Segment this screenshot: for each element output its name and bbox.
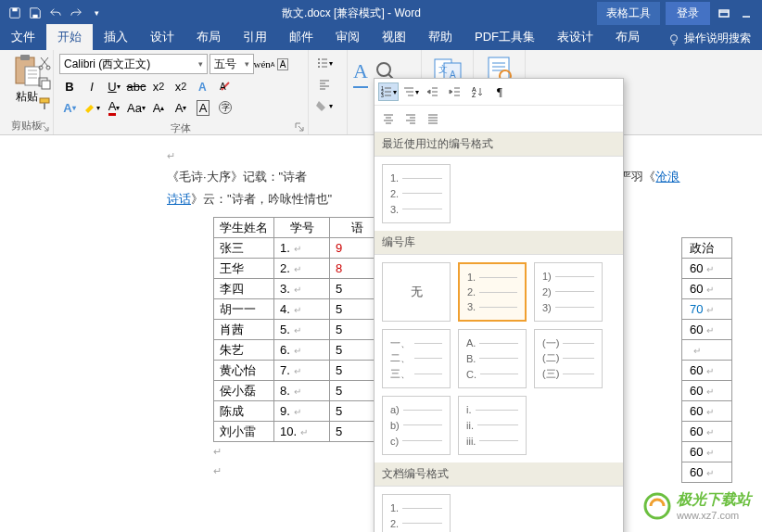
italic-button[interactable]: I (82, 77, 102, 95)
highlight-button[interactable]: ▾ (82, 98, 102, 117)
svg-point-15 (318, 58, 320, 60)
numbering-button[interactable]: 123▾ (378, 82, 399, 101)
num-format-cn-paren[interactable]: (一) (二) (三) (534, 329, 603, 388)
th-id[interactable]: 学号 (274, 218, 330, 238)
tab-review[interactable]: 审阅 (324, 24, 371, 50)
minimize-icon[interactable] (738, 5, 755, 21)
qat-dropdown-icon[interactable]: ▾ (87, 4, 106, 22)
tell-me-search[interactable]: 操作说明搜索 (660, 27, 758, 50)
doc-formats-header: 文档编号格式 (375, 462, 623, 487)
svg-point-30 (645, 494, 669, 518)
group-paragraph: ▾ ▾ (309, 50, 348, 134)
num-format-lower-abc[interactable]: a) b) c) (382, 396, 451, 455)
sort-button[interactable]: AZ (467, 82, 488, 101)
watermark: 极光下载站 www.xz7.com (643, 490, 751, 521)
svg-rect-3 (719, 10, 729, 17)
redo-icon[interactable] (67, 4, 85, 22)
strikethrough-button[interactable]: abc (126, 77, 146, 95)
grow-font-icon[interactable]: wénA (256, 55, 273, 73)
th-name[interactable]: 学生姓名 (214, 218, 274, 238)
font-color-button[interactable]: A▾ (104, 98, 124, 117)
align-right-button[interactable] (400, 109, 421, 128)
num-format-roman[interactable]: i. ii. iii. (458, 396, 527, 455)
link-shihua[interactable]: 诗话 (167, 192, 191, 206)
bold-button[interactable]: B (59, 77, 80, 95)
tab-layout[interactable]: 布局 (185, 24, 232, 50)
save-icon[interactable] (26, 4, 44, 22)
contextual-tab-label: 表格工具 (597, 2, 660, 25)
tab-home[interactable]: 开始 (46, 24, 93, 50)
num-format-none[interactable]: 无 (382, 262, 451, 322)
increase-indent-button[interactable] (445, 82, 465, 101)
tab-pdf[interactable]: PDF工具集 (464, 24, 546, 50)
link-canglang[interactable]: 沧浪 (655, 170, 679, 184)
multilevel-list-button[interactable]: ▾ (400, 82, 421, 101)
tab-table-design[interactable]: 表设计 (546, 24, 604, 50)
table-row: 王华2.↵8 (214, 259, 386, 279)
shading-button[interactable]: ▾ (314, 96, 335, 115)
num-format-recent-123[interactable]: 1. 2. 3. (382, 164, 451, 223)
bullets-button[interactable]: ▾ (314, 54, 335, 72)
tab-help[interactable]: 帮助 (417, 24, 464, 50)
ribbon-options-icon[interactable] (716, 5, 732, 21)
format-painter-icon[interactable] (37, 96, 52, 111)
library-header: 编号库 (375, 231, 623, 255)
text-effects-icon[interactable]: A (193, 77, 213, 95)
font-size-select[interactable]: 五号▾ (210, 54, 254, 74)
tab-mailings[interactable]: 邮件 (278, 24, 324, 50)
numbering-dropdown-panel: 123▾ ▾ AZ ¶ 最近使用过的编号格式 1. 2. 3. 编号库 无 1.… (374, 78, 624, 532)
font-dialog-icon[interactable] (295, 121, 306, 133)
tab-table-layout[interactable]: 布局 (604, 24, 651, 50)
watermark-logo-icon (643, 492, 671, 520)
text-effects-button[interactable]: A▾ (59, 98, 80, 117)
num-format-cn[interactable]: 一、 二、 三、 (382, 329, 451, 388)
char-shading-button[interactable]: Aa▾ (126, 98, 146, 117)
right-column-table[interactable]: 政治 60↵ 60↵ 70↵ 60↵ ↵ 60↵ 60↵ 60↵ 60↵ 60↵… (681, 237, 732, 483)
underline-button[interactable]: U▾ (104, 77, 124, 95)
char-border-button[interactable]: A (193, 98, 213, 117)
font-name-select[interactable]: Calibri (西文正文)▾ (59, 54, 208, 74)
clear-format-icon[interactable]: A (215, 77, 235, 95)
grow-font-button[interactable]: A▴ (148, 98, 169, 117)
watermark-text: 极光下载站 (677, 490, 751, 510)
ribbon-tabs: 文件 开始 插入 设计 布局 引用 邮件 审阅 视图 帮助 PDF工具集 表设计… (0, 26, 762, 50)
style-char-icon[interactable]: A (353, 59, 368, 88)
main-table[interactable]: 学生姓名学号语 张三1.↵9 王华2.↵8 李四3.↵5 胡一一4.↵5 肖茜5… (213, 217, 386, 442)
subscript-button[interactable]: x2 (148, 77, 169, 95)
undo-icon[interactable] (46, 4, 65, 22)
num-format-doc-123[interactable]: 1. 2. 3. (382, 494, 451, 532)
tab-view[interactable]: 视图 (371, 24, 417, 50)
decrease-indent-button[interactable] (423, 82, 443, 101)
svg-text:A: A (220, 82, 226, 92)
autosave-icon[interactable] (6, 4, 24, 22)
tab-references[interactable]: 引用 (232, 24, 278, 50)
watermark-url: www.xz7.com (677, 510, 751, 521)
tab-insert[interactable]: 插入 (93, 24, 139, 50)
num-format-paren[interactable]: 1) 2) 3) (534, 262, 603, 322)
svg-text:3: 3 (381, 93, 384, 98)
tell-me-label: 操作说明搜索 (684, 31, 751, 46)
tab-file[interactable]: 文件 (0, 24, 46, 50)
align-justify-button[interactable] (423, 109, 443, 128)
align-center-button[interactable] (378, 109, 399, 128)
show-marks-button[interactable]: ¶ (489, 82, 510, 101)
num-format-123[interactable]: 1. 2. 3. (458, 262, 527, 322)
cut-icon[interactable] (37, 56, 52, 70)
svg-point-17 (318, 66, 320, 68)
svg-text:文: 文 (438, 64, 448, 74)
lightbulb-icon (667, 32, 680, 45)
change-case-icon[interactable]: A (274, 55, 291, 73)
font-label: 字体 (59, 120, 302, 135)
table-row: 黄心怡7.↵5 (214, 361, 386, 381)
superscript-button[interactable]: x2 (171, 77, 191, 95)
copy-icon[interactable] (37, 76, 52, 91)
num-format-upper-abc[interactable]: A. B. C. (458, 329, 527, 388)
align-left-button[interactable] (314, 75, 335, 94)
group-font: Calibri (西文正文)▾ 五号▾ wénA A B I U▾ abc x2… (54, 50, 309, 134)
clipboard-dialog-icon[interactable] (40, 121, 51, 133)
enclose-char-button[interactable]: 字 (215, 98, 235, 117)
svg-text:A: A (198, 81, 207, 93)
login-button[interactable]: 登录 (666, 2, 710, 25)
shrink-font-button[interactable]: A▾ (171, 98, 191, 117)
tab-design[interactable]: 设计 (139, 24, 185, 50)
